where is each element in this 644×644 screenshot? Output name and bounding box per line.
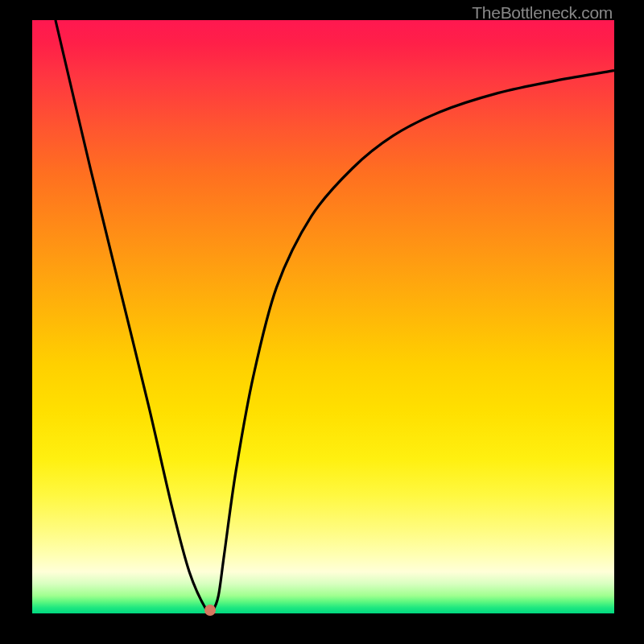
chart-container: TheBottleneck.com	[0, 0, 644, 644]
plot-area	[32, 20, 614, 613]
minimum-point-dot	[204, 605, 216, 616]
curve-svg	[32, 20, 614, 613]
bottleneck-curve	[56, 20, 614, 613]
